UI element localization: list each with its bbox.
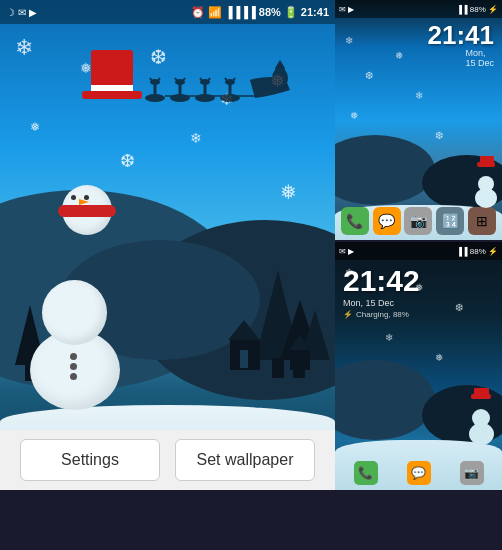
snowman-hat (82, 50, 142, 99)
phone-icon: 📞 (341, 207, 369, 235)
svg-point-15 (220, 94, 240, 102)
panel-top-app-icons: 📞 💬 📷 🔢 ⊞ (335, 207, 502, 235)
panel-bottom-app-icons: 📞 💬 📷 (335, 461, 502, 485)
panel-top-date: Mon, 15 Dec (465, 48, 494, 68)
panel-bottom-time: 21:42 (343, 264, 420, 298)
wallpaper-background: ☽ ✉ ▶ ⏰ 📶 ▐▐▐▐ 88% 🔋 21:41 ❄ ❅ ❆ ❄ ❅ ❆ (0, 0, 335, 490)
svg-rect-33 (240, 350, 248, 368)
panel-bottom-charging: ⚡ Charging, 88% (343, 310, 409, 319)
notification-icon: ☽ (6, 7, 15, 18)
calculator-icon: 🔢 (436, 207, 464, 235)
p2-snowflake-3: ❆ (455, 302, 463, 313)
signal-bars: ▐▐▐▐ (225, 6, 256, 18)
p1-snowflake-2: ❅ (395, 50, 403, 61)
p2-msg-glyph: 💬 (411, 466, 426, 480)
svg-point-0 (145, 94, 165, 102)
p1-snowflake-5: ❅ (350, 110, 358, 121)
messaging-icon: 💬 (373, 207, 401, 235)
message-icon: ✉ (18, 7, 26, 18)
panel-bottom-statusbar: ✉ ▶ ▐▐ 88% ⚡ (335, 242, 502, 260)
p1-snowman (475, 188, 497, 208)
snowman-scarf (58, 205, 116, 217)
panel-top-statusbar: ✉ ▶ ▐▐ 88% ⚡ (335, 0, 502, 18)
p2-snowflake-1: ❄ (345, 267, 353, 278)
p1-hill (335, 135, 435, 205)
apps-glyph: ⊞ (476, 213, 488, 229)
svg-point-19 (225, 79, 235, 85)
camera-icon-btn: 📷 (404, 207, 432, 235)
status-bar: ☽ ✉ ▶ ⏰ 📶 ▐▐▐▐ 88% 🔋 21:41 (0, 0, 335, 24)
p2-phone-icon: 📞 (354, 461, 378, 485)
battery-level: 88% (259, 6, 281, 18)
settings-button[interactable]: Settings (20, 439, 160, 481)
p2-phone-glyph: 📞 (358, 466, 373, 480)
camera-glyph: 📷 (410, 213, 427, 229)
time-display: 21:41 (301, 6, 329, 18)
status-left-icons: ☽ ✉ ▶ (6, 7, 37, 18)
svg-point-5 (170, 94, 190, 102)
svg-rect-25 (272, 358, 284, 378)
p1-snowflake-3: ❆ (365, 70, 373, 81)
p1-right-info: ▐▐ 88% ⚡ (456, 5, 498, 14)
snowman-main (30, 330, 120, 410)
svg-point-9 (175, 79, 185, 85)
snowflake-1: ❄ (15, 35, 33, 61)
snowman-button-3 (70, 373, 77, 380)
santa-sleigh (135, 60, 315, 115)
messaging-icon-glyph: 💬 (378, 213, 395, 229)
panel-bottom-date: Mon, 15 Dec (343, 298, 394, 308)
snowflake-8: ❅ (280, 180, 297, 204)
p2-right-info: ▐▐ 88% ⚡ (456, 247, 498, 256)
svg-marker-32 (228, 320, 260, 340)
charging-icon: ⚡ (343, 310, 353, 319)
panel-top-background: ✉ ▶ ▐▐ 88% ⚡ 21:41 Mon, 15 Dec ❄ ❅ ❆ ❄ ❅… (335, 0, 502, 240)
snowman-eye-left (71, 195, 76, 200)
p2-msg-icon: 💬 (407, 461, 431, 485)
calc-glyph: 🔢 (442, 213, 459, 229)
panel-bottom-lock: ✉ ▶ ▐▐ 88% ⚡ 21:42 Mon, 15 Dec ⚡ Chargin… (335, 242, 502, 490)
bottom-buttons: Settings Set wallpaper (0, 430, 335, 490)
p2-cam-icon: 📷 (460, 461, 484, 485)
p2-snowflake-2: ❅ (415, 282, 423, 293)
snowflake-5: ❅ (30, 120, 40, 134)
snowman-button-2 (70, 363, 77, 370)
panel-top-time: 21:41 (428, 20, 495, 51)
svg-point-4 (150, 79, 160, 85)
phone-icon-glyph: 📞 (346, 213, 363, 229)
p2-left-icons: ✉ ▶ (339, 247, 354, 256)
p2-snowflake-4: ❄ (385, 332, 393, 343)
hat-brim (82, 91, 142, 99)
panel-bottom-background: ✉ ▶ ▐▐ 88% ⚡ 21:42 Mon, 15 Dec ⚡ Chargin… (335, 242, 502, 490)
snowflake-15: ❄ (190, 130, 202, 146)
main-container: ☽ ✉ ▶ ⏰ 📶 ▐▐▐▐ 88% 🔋 21:41 ❄ ❅ ❆ ❄ ❅ ❆ (0, 0, 502, 550)
p1-left-icons: ✉ ▶ (339, 5, 354, 14)
p2-snowman (469, 423, 494, 445)
p2-cam-glyph: 📷 (464, 466, 479, 480)
svg-point-14 (200, 79, 210, 85)
svg-rect-34 (290, 350, 310, 370)
p2-snowflake-5: ❅ (435, 352, 443, 363)
svg-point-10 (195, 94, 215, 102)
hat-top (91, 50, 133, 85)
p1-snowflake-6: ❆ (435, 130, 443, 141)
p2-hill-1 (335, 360, 435, 440)
snowman-button-1 (70, 353, 77, 360)
set-wallpaper-button[interactable]: Set wallpaper (175, 439, 315, 481)
play-icon: ▶ (29, 7, 37, 18)
side-panels: ✉ ▶ ▐▐ 88% ⚡ 21:41 Mon, 15 Dec ❄ ❅ ❆ ❄ ❅… (335, 0, 502, 490)
snowflake-6: ❆ (120, 150, 135, 172)
wifi-icon: 📶 (208, 6, 222, 19)
p1-snowflake-1: ❄ (345, 35, 353, 46)
apps-icon: ⊞ (468, 207, 496, 235)
panel-top-home: ✉ ▶ ▐▐ 88% ⚡ 21:41 Mon, 15 Dec ❄ ❅ ❆ ❄ ❅… (335, 0, 502, 240)
battery-icon: 🔋 (284, 6, 298, 19)
main-preview: ☽ ✉ ▶ ⏰ 📶 ▐▐▐▐ 88% 🔋 21:41 ❄ ❅ ❆ ❄ ❅ ❆ (0, 0, 335, 490)
alarm-icon: ⏰ (191, 6, 205, 19)
snowman-body (30, 330, 120, 410)
snowman-torso (42, 280, 107, 345)
status-right-info: ⏰ 📶 ▐▐▐▐ 88% 🔋 21:41 (191, 6, 329, 19)
p1-snowflake-4: ❄ (415, 90, 423, 101)
